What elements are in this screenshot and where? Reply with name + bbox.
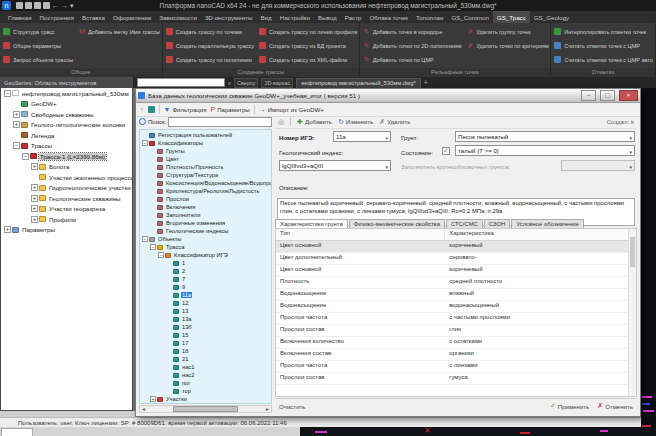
db-tree-item[interactable]: +13а <box>140 315 271 323</box>
gs-tree-item[interactable]: +Легенда <box>1 130 132 141</box>
command-line-box[interactable] <box>1 428 33 436</box>
ribbon-tab-Топоплан[interactable]: Топоплан <box>412 11 447 23</box>
импорт-из-geodw--button[interactable]: →Импорт из GeoDW+ <box>259 106 324 114</box>
expander-icon[interactable]: + <box>150 396 156 402</box>
ribbon-button[interactable]: ✎Добавить точки в коридоре <box>363 25 462 38</box>
db-tree-item[interactable]: +12 <box>140 299 271 307</box>
search-input[interactable] <box>168 117 272 127</box>
gs-tree-item[interactable]: +Профили <box>1 214 132 225</box>
table-row[interactable]: Цвет дополнительныйсеровато- <box>276 253 636 265</box>
ribbon-button[interactable]: Структура трасс <box>3 25 73 38</box>
tab-СТС/СМС[interactable]: СТС/СМС <box>446 219 483 228</box>
ribbon-tab-Вывод[interactable]: Вывод <box>314 11 341 23</box>
db-tree-item[interactable]: +Вторичные изменения <box>140 219 271 227</box>
table-row[interactable]: Прослои частотас линзами <box>276 361 636 373</box>
db-tree-item[interactable]: +Плотность/Прочность <box>140 163 271 171</box>
gs-tree-item[interactable]: +Участки георазреза <box>1 204 132 215</box>
expander-icon[interactable]: − <box>150 244 156 250</box>
ribbon-button[interactable]: Интерполировать отметки точек <box>554 25 653 38</box>
ribbon-tab-GS_Common[interactable]: GS_Common <box>447 11 492 23</box>
geo-index-combo[interactable]: lgQIIIvd3+aQIII▼ <box>279 160 391 171</box>
save-icon[interactable] <box>34 2 41 9</box>
gs-tree-item[interactable]: +Участки экзогенных процессов <box>1 172 132 183</box>
фильтрация-button[interactable]: ▼Фильтрация <box>164 106 207 114</box>
maximize-button[interactable]: ▢ <box>600 90 615 101</box>
scroll-left-icon[interactable]: ◄ <box>140 406 147 412</box>
db-tree-item[interactable]: +1 <box>140 259 271 267</box>
table-row[interactable]: Водонасыщениевлажный <box>276 289 636 301</box>
table-row[interactable]: Включения составорганики <box>276 349 636 361</box>
apply-button[interactable]: ✓Применить <box>550 402 589 410</box>
ige-number-combo[interactable]: 11а▼ <box>333 131 391 142</box>
close-button[interactable]: × <box>619 90 638 101</box>
ribbon-button[interactable]: Считать отметки точек с ЦМР авто <box>554 53 653 66</box>
redo-icon[interactable]: → <box>61 2 68 9</box>
open-icon[interactable] <box>25 2 32 9</box>
db-tree-item[interactable]: +18 <box>140 347 271 355</box>
db-button[interactable] <box>148 106 155 113</box>
ribbon-button[interactable]: Создать параллельную трассу <box>166 39 254 52</box>
ribbon-tab-Настройки[interactable]: Настройки <box>276 11 314 23</box>
ribbon-tab-Вставка[interactable]: Вставка <box>78 11 109 23</box>
ribbon-button[interactable]: Создать трассу из БД проекта <box>259 39 357 52</box>
table-row[interactable]: Плотностьсредней плотности <box>276 277 636 289</box>
db-tree-item[interactable]: +13 <box>140 307 271 315</box>
db-tree-item[interactable]: +Криотекстура/Реология/Льдистость <box>140 187 271 195</box>
db-tree-item[interactable]: +Прослои <box>140 195 271 203</box>
db-tree-item[interactable]: +Геологические индексы <box>140 227 271 235</box>
clear-button[interactable]: Очистить <box>279 403 306 410</box>
add-button[interactable]: ✚Добавить <box>297 118 332 126</box>
gs-tree-item[interactable]: −Трассы <box>1 141 132 152</box>
db-tree-item[interactable]: −Трасса <box>140 243 271 251</box>
undo-icon[interactable]: ← <box>52 2 59 9</box>
ribbon-button[interactable]: Создать трассу из XML-файла <box>259 53 357 66</box>
table-row[interactable]: Цвет основнойкоричневый <box>276 265 636 277</box>
floating-input[interactable] <box>137 78 225 87</box>
ribbon-button[interactable]: Запрос объекта трассы <box>3 53 73 66</box>
tab-Условное обозначение[interactable]: Условное обозначение <box>511 219 584 228</box>
ribbon-button[interactable]: ✎Добавить точки по 2D-полилиниям <box>363 39 462 52</box>
scroll-right-icon[interactable]: ► <box>264 406 271 412</box>
db-tree-item[interactable]: +17 <box>140 339 271 347</box>
dialog-titlebar[interactable]: База данных геологических скважин GeoDW+… <box>136 89 640 103</box>
document-tab[interactable]: нефтепровод магистральный_530мм.dwg* <box>296 78 421 88</box>
expander-icon[interactable]: + <box>13 111 20 118</box>
print-icon[interactable] <box>43 2 50 9</box>
ribbon-button[interactable]: ✗Удалить точки по критериям <box>467 39 549 52</box>
soil-combo[interactable]: Песок пылеватый▼ <box>455 131 635 142</box>
ribbon-button[interactable]: ✗Удалить группу точек <box>467 25 549 38</box>
параметры-button[interactable]: РПараметры <box>211 106 250 114</box>
db-tree-item[interactable]: +Включения <box>140 203 271 211</box>
ribbon-button[interactable]: ✎Добавить точки по ЦМР <box>363 53 462 66</box>
db-tree-item[interactable]: +Заполнители <box>140 211 271 219</box>
gs-tree-item[interactable]: +Геологические скважины <box>1 193 132 204</box>
vertical-scrollbar[interactable] <box>628 229 636 396</box>
viewport-view-button[interactable]: Сверху <box>234 78 258 88</box>
gs-tree-item[interactable]: +Гидрогеологические участки <box>1 183 132 194</box>
db-tree-item[interactable]: +Цвет <box>140 155 271 163</box>
table-row[interactable]: Цвет основнойкоричневый <box>276 241 636 253</box>
ribbon-tab-Оформление[interactable]: Оформление <box>109 11 155 23</box>
cad-drawing-strip[interactable] <box>641 88 656 436</box>
db-tree-item[interactable]: +Консистенция/Водонасыщение/Водопроницае… <box>140 179 271 187</box>
viewport-visualstyle-button[interactable]: 2D-каркас <box>261 78 293 88</box>
edit-button[interactable]: ↻Изменить <box>338 118 373 126</box>
db-tree-item[interactable]: +Участки <box>140 395 271 403</box>
gs-tree-item[interactable]: +Параметры <box>1 225 132 236</box>
db-tree-item[interactable]: +21 <box>140 355 271 363</box>
ribbon-button[interactable]: Создать трассу по полилинии <box>166 53 254 66</box>
expander-icon[interactable]: + <box>4 226 11 233</box>
db-tree-item[interactable]: +2 <box>140 267 271 275</box>
table-row[interactable]: Водонасыщениеводонасыщенный <box>276 301 636 313</box>
ribbon-button[interactable]: МДобавить метку Имя трассы <box>78 25 160 38</box>
expander-icon[interactable]: + <box>31 205 38 212</box>
db-tree-item[interactable]: +Грунты <box>140 147 271 155</box>
ribbon-tab-GS_Geology[interactable]: GS_Geology <box>530 11 573 23</box>
ribbon-button[interactable]: Создать трассу по точкам <box>166 25 254 38</box>
close-icon[interactable]: х <box>228 80 231 86</box>
ribbon-tab-Построения[interactable]: Построения <box>36 11 78 23</box>
cancel-button[interactable]: ✗Отменить <box>597 402 633 410</box>
expander-icon[interactable]: + <box>31 163 38 170</box>
gs-tree-item[interactable]: +GeoDW+ <box>1 99 132 110</box>
gs-tree-item[interactable]: +Геолого-литологические колонки <box>1 120 132 131</box>
